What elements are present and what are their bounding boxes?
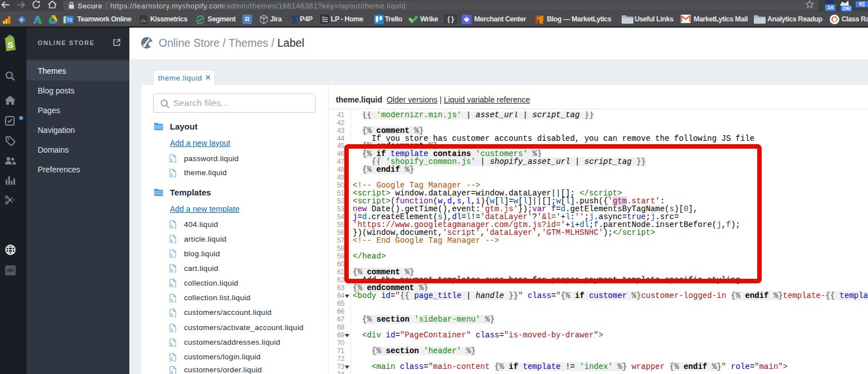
svg-text:S: S [7,40,13,50]
